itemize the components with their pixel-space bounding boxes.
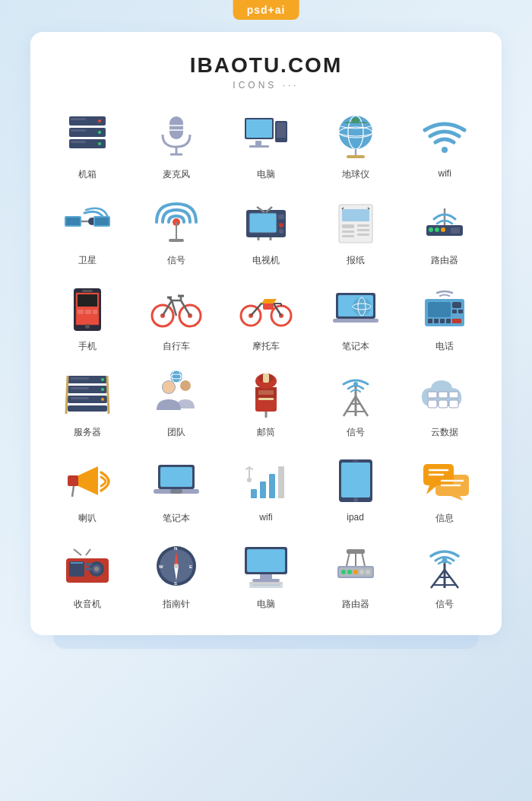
list-item: 手机 [46, 281, 129, 353]
list-item: 服务器 [46, 367, 129, 439]
team-icon [149, 367, 204, 421]
svg-rect-96 [434, 319, 439, 323]
svg-rect-166 [69, 561, 84, 577]
router-icon [417, 195, 472, 250]
svg-rect-136 [449, 400, 458, 408]
svg-rect-99 [452, 319, 461, 323]
svg-rect-40 [278, 215, 284, 219]
laptop-blue-icon [149, 453, 204, 507]
svg-point-169 [94, 567, 99, 571]
list-item: 信号 [135, 195, 219, 267]
badge-label: psd+ai [233, 0, 299, 20]
svg-rect-67 [78, 294, 97, 307]
microphone-icon [149, 109, 204, 164]
icon-label: 机箱 [78, 168, 97, 181]
svg-point-3 [98, 119, 101, 122]
list-item: 笔记本 [314, 281, 397, 353]
wifi-bars-icon [239, 453, 293, 507]
svg-rect-49 [342, 230, 354, 233]
svg-point-207 [442, 558, 448, 564]
svg-rect-9 [169, 116, 183, 139]
svg-point-5 [98, 142, 101, 145]
computer-icon [239, 109, 293, 164]
svg-rect-140 [68, 475, 78, 486]
mailbox-icon [239, 367, 293, 421]
svg-rect-8 [71, 141, 86, 143]
icon-label: 报纸 [347, 254, 365, 267]
megaphone-icon [60, 453, 115, 507]
newspaper-icon [328, 195, 383, 250]
svg-text:E: E [189, 564, 192, 569]
svg-line-173 [86, 549, 90, 555]
svg-line-112 [66, 376, 68, 414]
svg-point-193 [341, 570, 346, 574]
svg-rect-143 [160, 467, 192, 487]
icon-label: 指南针 [163, 598, 190, 611]
svg-rect-145 [170, 489, 182, 494]
list-item: ipad [314, 453, 397, 525]
svg-rect-17 [277, 122, 286, 138]
svg-point-4 [98, 131, 101, 134]
icon-label: 团队 [167, 426, 185, 439]
svg-rect-201 [347, 549, 365, 554]
signal-tower-icon [328, 367, 383, 421]
svg-rect-171 [86, 567, 92, 571]
svg-rect-34 [169, 239, 184, 242]
icon-label: 路由器 [431, 254, 458, 267]
svg-point-41 [279, 223, 283, 227]
list-item: 路由器 [314, 539, 397, 611]
desktop-icon [239, 539, 293, 593]
svg-point-107 [101, 388, 104, 391]
svg-rect-98 [446, 319, 451, 323]
svg-rect-101 [458, 310, 463, 313]
list-item: 麦克风 [135, 109, 219, 181]
svg-rect-18 [255, 141, 261, 145]
icon-label: 卫星 [78, 254, 97, 267]
svg-rect-19 [249, 145, 269, 148]
list-item: 摩托车 [224, 281, 308, 353]
icons-grid: 机箱 麦克风 [46, 109, 486, 611]
list-item: 电话 [403, 281, 486, 353]
svg-rect-27 [66, 218, 80, 225]
list-item: N S W E 指南针 [135, 539, 219, 611]
svg-rect-93 [428, 302, 451, 317]
svg-point-42 [279, 229, 283, 234]
svg-rect-50 [342, 235, 354, 237]
header: IBAOTU.COM ICONS ··· [46, 53, 486, 91]
svg-rect-135 [439, 400, 448, 408]
svg-point-66 [85, 324, 90, 329]
site-title: IBAOTU.COM [46, 53, 486, 78]
list-item: 团队 [135, 367, 219, 439]
svg-rect-134 [428, 400, 437, 408]
phone-icon [60, 281, 115, 335]
list-item: 路由器 [403, 195, 486, 267]
svg-rect-65 [82, 290, 93, 292]
list-item: 信息 [403, 453, 486, 525]
icon-label: 路由器 [342, 598, 369, 611]
svg-line-198 [347, 552, 350, 566]
icon-label: 电脑 [257, 168, 275, 181]
svg-rect-68 [78, 310, 84, 314]
svg-marker-158 [426, 485, 437, 494]
list-item: 收音机 [46, 539, 129, 611]
icon-label: 电脑 [257, 598, 275, 611]
svg-point-195 [353, 570, 358, 574]
icon-label: 信息 [435, 512, 454, 525]
svg-rect-36 [249, 213, 277, 233]
svg-line-172 [74, 549, 81, 555]
svg-text:W: W [159, 564, 163, 569]
svg-rect-88 [333, 319, 378, 323]
icon-label: 手机 [78, 340, 97, 353]
svg-rect-48 [342, 224, 354, 228]
svg-rect-6 [71, 118, 86, 120]
icon-label: wifi [439, 168, 451, 179]
svg-rect-148 [269, 474, 275, 498]
list-item: 喇叭 [46, 453, 129, 525]
svg-rect-153 [341, 462, 370, 497]
svg-line-130 [356, 396, 368, 416]
wifi-icon [417, 109, 472, 164]
site-subtitle: ICONS ··· [46, 80, 486, 91]
list-item: 电视机 [224, 195, 308, 267]
svg-point-58 [429, 227, 433, 232]
svg-point-197 [366, 570, 370, 574]
